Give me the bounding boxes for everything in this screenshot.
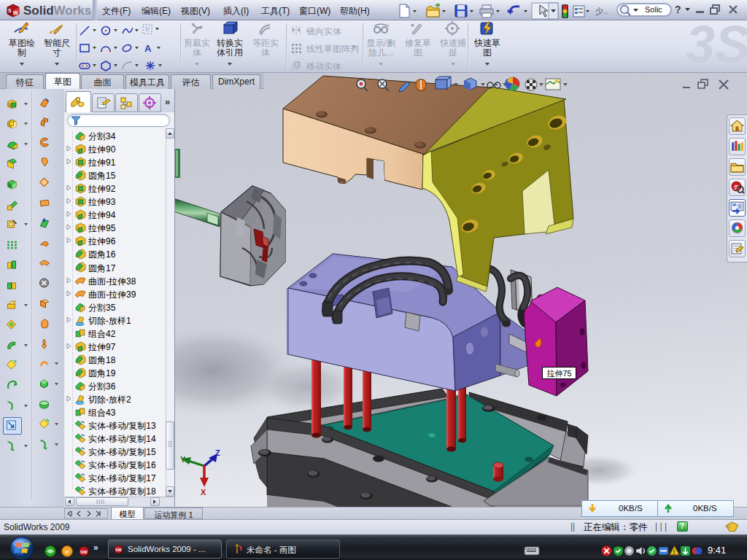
svg-text:SW: SW: [115, 548, 121, 552]
svg-text:少..: 少..: [595, 7, 608, 15]
svg-text:!: !: [673, 548, 676, 556]
svg-text:SW: SW: [80, 550, 88, 554]
svg-text:X: X: [201, 488, 206, 497]
svg-text:W: W: [13, 10, 18, 15]
svg-text:Z: Z: [215, 448, 220, 457]
svg-text:Y: Y: [180, 455, 186, 464]
svg-text:S: S: [8, 8, 12, 13]
svg-text:A: A: [144, 43, 152, 54]
